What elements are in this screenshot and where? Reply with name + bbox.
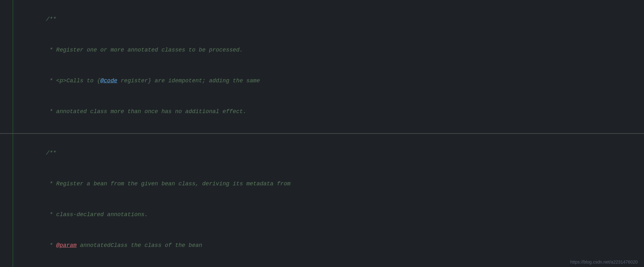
line-text: /** [13,4,644,34]
code-line: /** [0,138,644,168]
line-text: * @param annotatedClass the class of the… [13,230,644,260]
code-line: * Register a bean from the given bean cl… [0,168,644,199]
code-line: * annotated class more than once has no … [0,96,644,127]
code-line: * @param annotatedClasses one or more an… [0,127,644,133]
code-line: * Register one or more annotated classes… [0,35,644,65]
line-text: /** [13,138,644,168]
code-section-top: /** * Register one or more annotated cla… [0,0,644,133]
line-text: * @param annotatedClasses one or more an… [13,127,644,133]
code-line: * <p>Calls to {@code register} are idemp… [0,65,644,96]
line-text: * <p>Calls to {@code register} are idemp… [13,66,644,96]
code-line: /** [0,4,644,35]
code-editor: /** * Register one or more annotated cla… [0,0,644,267]
code-line: * class-declared annotations. [0,199,644,230]
line-text: * annotated class more than once has no … [13,96,644,127]
code-line: * @param annotatedClass the class of the… [0,230,644,261]
code-section-bottom: /** * Register a bean from the given bea… [0,133,644,267]
code-line: */ [0,261,644,267]
line-text: * class-declared annotations. [13,199,644,230]
url-bar: https://blog.csdn.net/a2231476020 [570,259,638,264]
line-text: * Register a bean from the given bean cl… [13,169,644,199]
line-text: */ [13,261,644,267]
line-text: * Register one or more annotated classes… [13,35,644,65]
